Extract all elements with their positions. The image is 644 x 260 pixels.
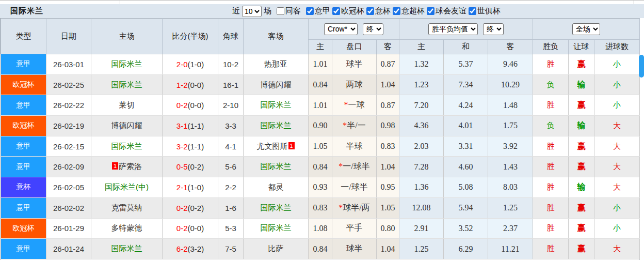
cell-avg-away: 1.25: [488, 197, 533, 218]
cell-away-team: 国际米兰: [244, 95, 309, 116]
recent-count-select[interactable]: 10: [242, 6, 262, 17]
cell-odds-away: 0.87: [377, 95, 399, 116]
divider-stub: [120, 1, 120, 4]
cell-home-team: 克雷莫纳: [91, 197, 163, 218]
toolbar: 国际米兰 近 10 场 同客 意甲欧冠杯意杯意超杯球会友谊世俱杯: [0, 4, 644, 18]
cell-result-winlose: 胜: [533, 54, 569, 75]
home-team-name: 国际米兰: [111, 80, 142, 89]
filter-option-4[interactable]: 球会友谊: [427, 6, 466, 16]
cell-odds-home: 0.84: [309, 239, 332, 259]
cell-avg-draw: 5.94: [444, 197, 488, 218]
cell-odds-away: 0.83: [377, 136, 399, 157]
filter-checkbox[interactable]: [469, 7, 476, 15]
cell-home-team: 多特蒙德: [91, 218, 163, 239]
cell-odds-home: 1.08: [309, 218, 332, 239]
table-row: 意甲26-03-01国际米兰2-0(1-0)10-2热那亚1.01球半0.871…: [1, 54, 640, 75]
away-team-name: 国际米兰: [261, 223, 292, 232]
filter-checkbox[interactable]: [366, 7, 374, 15]
filter-checkbox[interactable]: [427, 7, 434, 15]
cell-odds-home: 0.84: [309, 74, 332, 95]
same-away-checkbox[interactable]: [277, 7, 284, 15]
cell-corners: 5-6: [218, 157, 244, 177]
table-row: 意杯26-02-05国际米兰(中)2-1(1-0)2-2都灵0.93一/球半0.…: [1, 177, 640, 198]
cell-corners: 7-5: [218, 239, 244, 259]
avg-group-header: 胜平负均值 终: [399, 19, 533, 40]
cell-result-goals: 小: [594, 197, 640, 218]
cell-avg-draw: 5.08: [444, 177, 488, 198]
filter-checkbox[interactable]: [306, 7, 314, 15]
cell-away-team: 国际米兰: [244, 197, 309, 218]
cell-away-team: 尤文图斯1: [244, 136, 309, 157]
cell-odds-home: 1.05: [309, 136, 332, 157]
odds-final-select[interactable]: 终: [363, 23, 383, 35]
away-team-name: 博德闪耀: [261, 80, 292, 89]
home-team-name: 克雷莫纳: [111, 203, 142, 212]
cell-date: 26-02-02: [46, 197, 91, 218]
cell-odds-home: 0.83: [309, 197, 332, 218]
halftime-score: (0-0): [188, 224, 204, 233]
cell-home-team: 莱切: [91, 95, 163, 116]
cell-result-winlose: 胜: [533, 136, 569, 157]
cell-result-handicap: 赢: [569, 95, 594, 116]
cell-odds-away: 0.98: [377, 116, 399, 136]
home-team-name: 多特蒙德: [111, 223, 142, 232]
cell-odds-home: 0.84: [309, 157, 332, 177]
cell-league-badge: 欧冠杯: [1, 218, 46, 239]
filter-checkbox[interactable]: [332, 7, 340, 15]
home-team-name: 国际米兰: [111, 142, 142, 150]
cell-odds-away: 1.04: [377, 157, 399, 177]
filter-option-2[interactable]: 意杯: [366, 6, 391, 16]
cell-corners: 5-3: [218, 218, 244, 239]
filter-option-1[interactable]: 欧冠杯: [332, 6, 364, 16]
table-row: 欧冠杯26-01-29多特蒙德0-2(0-0)5-3国际米兰1.08平手0.80…: [1, 218, 640, 239]
avg-odds-select[interactable]: 胜平负均值: [428, 23, 478, 35]
filter-label: 意超杯: [401, 6, 425, 16]
bookmaker-select[interactable]: Crow*: [324, 23, 358, 35]
cell-avg-draw: 4.24: [444, 95, 488, 116]
cell-odds-away: 0.87: [377, 54, 399, 75]
table-row: 意甲26-01-24国际米兰6-2(3-2)7-5比萨0.84球半1.041.2…: [1, 239, 640, 259]
cell-result-goals: 小: [594, 218, 640, 239]
cell-score: 2-1(1-0): [163, 177, 218, 198]
avg-final-select[interactable]: 终: [483, 23, 504, 35]
cell-away-team: 国际米兰: [244, 218, 309, 239]
cell-score: 0-2(0-2): [163, 197, 218, 218]
cell-result-goals: 大: [594, 177, 640, 198]
star-mark: *: [344, 100, 348, 109]
col-header-odds-line: 盘口: [332, 40, 377, 54]
same-away-option[interactable]: 同客: [277, 6, 301, 16]
fulltime-score: 0-2: [176, 224, 188, 233]
cell-avg-home: 1.32: [399, 54, 444, 75]
home-team-name: 莱切: [119, 100, 135, 109]
cell-away-team: 比萨: [244, 239, 309, 259]
cell-avg-draw: 4.60: [444, 157, 488, 177]
table-row: 欧冠杯26-02-19博德闪耀3-1(1-1)3-3国际米兰0.90*半/一0.…: [1, 116, 640, 136]
filter-option-3[interactable]: 意超杯: [393, 6, 425, 16]
filter-option-5[interactable]: 世俱杯: [469, 6, 501, 16]
scrollbar-thumb[interactable]: [639, 55, 644, 78]
match-table: 类型 日期 主场 比分(半场) 角球 客场 Crow* 终 胜平负均值 终: [1, 18, 640, 259]
cell-score: 1-2(0-0): [163, 74, 218, 95]
col-header-away: 客场: [244, 19, 309, 54]
cell-avg-home: 7.20: [399, 95, 444, 116]
cell-result-handicap: 输: [569, 116, 594, 136]
halftime-score: (1-0): [188, 60, 204, 69]
fulltime-score: 2-1: [176, 183, 188, 192]
halftime-score: (1-1): [188, 121, 204, 130]
away-team-name: 都灵: [268, 182, 284, 191]
fulltime-select[interactable]: 全场: [572, 23, 600, 35]
cell-avg-away: 11.21: [488, 239, 533, 259]
halftime-score: (0-2): [188, 162, 204, 171]
filter-option-0[interactable]: 意甲: [306, 6, 330, 16]
cell-league-badge: 意甲: [1, 54, 46, 75]
col-header-avg-draw: 和: [444, 40, 488, 54]
cell-date: 26-02-15: [46, 136, 91, 157]
filter-label: 世俱杯: [477, 6, 501, 16]
cell-result-goals: 大: [594, 157, 640, 177]
away-team-name: 国际米兰: [261, 203, 292, 212]
cell-score: 6-2(3-2): [163, 239, 218, 259]
cell-odds-away: 0.95: [377, 177, 399, 198]
cell-odds-home: 1.01: [309, 95, 332, 116]
cell-handicap-line: 两球: [332, 74, 377, 95]
filter-checkbox[interactable]: [393, 7, 400, 15]
